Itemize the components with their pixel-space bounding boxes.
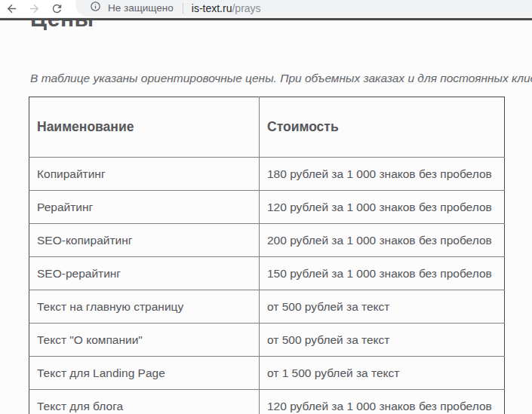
service-name-cell: Текст "О компании" — [29, 324, 260, 357]
table-row: Копирайтинг180 рублей за 1 000 знаков бе… — [29, 158, 505, 191]
back-icon — [5, 2, 18, 15]
table-row: Текст для блога120 рублей за 1 000 знако… — [29, 390, 505, 414]
table-row: Текст "О компании"от 500 рублей за текст — [29, 324, 505, 357]
browser-toolbar: Не защищено is-text.ru/prays — [0, 0, 532, 18]
page-title: Цены — [30, 20, 181, 30]
forward-button[interactable] — [23, 0, 45, 18]
column-header-price: Стоимость — [260, 97, 505, 158]
table-row: SEO-копирайтинг200 рублей за 1 000 знако… — [29, 224, 505, 257]
table-row: Рерайтинг120 рублей за 1 000 знаков без … — [29, 191, 505, 224]
service-name-cell: Текст для блога — [29, 390, 260, 414]
forward-icon — [28, 2, 41, 15]
table-row: SEO-рерайтинг150 рублей за 1 000 знаков … — [29, 257, 505, 290]
table-header-row: Наименование Стоимость — [29, 97, 505, 158]
site-info-icon[interactable] — [90, 1, 101, 15]
heading-clip: Цены — [30, 20, 181, 30]
page-content: Цены В таблице указаны ориентировочные ц… — [0, 18, 532, 414]
table-body: Копирайтинг180 рублей за 1 000 знаков бе… — [29, 158, 505, 414]
price-table: Наименование Стоимость Копирайтинг180 ру… — [29, 97, 505, 414]
price-cell: 120 рублей за 1 000 знаков без пробелов — [260, 390, 505, 414]
table-row: Текст для Landing Pageот 1 500 рублей за… — [29, 357, 505, 390]
url-host: is-text.ru — [192, 2, 232, 14]
price-cell: 120 рублей за 1 000 знаков без пробелов — [260, 191, 505, 224]
refresh-icon — [51, 2, 63, 15]
table-row: Текст на главную страницуот 500 рублей з… — [29, 290, 505, 324]
service-name-cell: SEO-копирайтинг — [29, 224, 260, 257]
omnibox-separator — [183, 3, 183, 14]
service-name-cell: SEO-рерайтинг — [29, 257, 260, 290]
intro-text: В таблице указаны ориентировочные цены. … — [30, 72, 532, 85]
address-bar[interactable]: Не защищено is-text.ru/prays — [75, 0, 532, 17]
service-name-cell: Рерайтинг — [29, 191, 260, 224]
url-path: /prays — [232, 2, 260, 14]
security-status-label: Не защищено — [108, 2, 174, 14]
price-cell: от 1 500 рублей за текст — [260, 357, 505, 390]
service-name-cell: Копирайтинг — [29, 158, 260, 191]
price-cell: 180 рублей за 1 000 знаков без пробелов — [260, 158, 505, 191]
back-button[interactable] — [0, 0, 23, 18]
price-cell: 150 рублей за 1 000 знаков без пробелов — [260, 257, 505, 290]
service-name-cell: Текст для Landing Page — [29, 357, 260, 390]
price-cell: от 500 рублей за текст — [260, 290, 505, 324]
refresh-button[interactable] — [45, 0, 68, 18]
price-cell: 200 рублей за 1 000 знаков без пробелов — [260, 224, 505, 257]
column-header-name: Наименование — [29, 97, 260, 158]
service-name-cell: Текст на главную страницу — [29, 290, 260, 324]
price-cell: от 500 рублей за текст — [260, 324, 505, 357]
